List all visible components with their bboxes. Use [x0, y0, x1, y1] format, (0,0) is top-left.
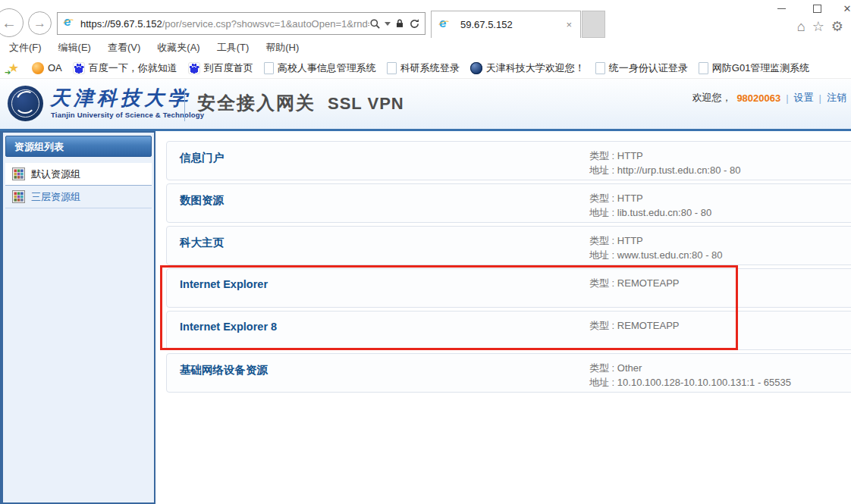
menu-item[interactable]: 编辑(E)	[58, 41, 91, 55]
back-button[interactable]: ←	[0, 8, 24, 37]
resource-group-icon	[12, 190, 25, 203]
favorites-item[interactable]: OA	[32, 62, 62, 74]
resource-meta: 类型 : HTTP 地址 : http://urp.tust.edu.cn:80…	[589, 149, 740, 177]
resource-link[interactable]: 科大主页	[180, 236, 224, 250]
portal-title: 安全接入网关	[197, 91, 316, 115]
close-button[interactable]: ✕	[839, 2, 851, 15]
tab-title: 59.67.5.152	[460, 19, 564, 30]
address-bar[interactable]: e https://59.67.5.152/por/service.csp?sh…	[57, 12, 426, 35]
header-divider	[184, 88, 185, 121]
highlight-rectangle	[160, 265, 738, 350]
favorite-icon	[595, 62, 605, 74]
sidebar-group-label: 三层资源组	[31, 190, 80, 204]
favorites-item[interactable]: 高校人事信息管理系统	[264, 61, 376, 75]
browser-chrome: ← → e https://59.67.5.152/por/service.cs…	[0, 0, 851, 38]
resource-link[interactable]: 信息门户	[180, 151, 224, 165]
search-icon[interactable]	[369, 18, 381, 30]
favorite-icon	[32, 62, 44, 74]
sidebar-group-item[interactable]: 三层资源组	[5, 186, 152, 208]
logout-link[interactable]: 注销	[827, 91, 846, 105]
resource-link[interactable]: 数图资源	[180, 193, 224, 208]
menu-item[interactable]: 文件(F)	[9, 41, 42, 55]
resource-meta: 类型 : Other 地址 : 10.10.100.128-10.10.100.…	[589, 361, 791, 390]
url-text: https://59.67.5.152/por/service.csp?show…	[80, 18, 369, 30]
favorites-item[interactable]: 百度一下，你就知道	[73, 61, 177, 75]
favorite-icon	[387, 62, 397, 74]
menu-item[interactable]: 收藏夹(A)	[157, 41, 199, 55]
favorite-label: 统一身份认证登录	[609, 61, 688, 75]
forward-button[interactable]: →	[28, 11, 52, 35]
favorite-icon	[470, 62, 482, 74]
menu-bar: 文件(F)编辑(E)查看(V)收藏夹(A)工具(T)帮助(H)	[0, 38, 851, 58]
resource-group-sidebar: 资源组列表 默认资源组	[0, 131, 155, 504]
resource-row: 基础网络设备资源 类型 : Other 地址 : 10.10.100.128-1…	[166, 353, 851, 393]
ie-icon: e	[62, 17, 76, 30]
favorites-item[interactable]: 统一身份认证登录	[595, 61, 688, 75]
menu-item[interactable]: 查看(V)	[108, 41, 140, 55]
favorite-label: 科研系统登录	[400, 61, 460, 75]
menu-item[interactable]: 帮助(H)	[265, 41, 299, 55]
resource-link[interactable]: 基础网络设备资源	[180, 363, 268, 377]
favorite-icon	[699, 62, 708, 74]
minimize-button[interactable]	[770, 2, 793, 15]
welcome-text: 欢迎您，	[692, 91, 731, 105]
menu-item[interactable]: 工具(T)	[217, 41, 250, 55]
resource-row: 科大主页 类型 : HTTP 地址 : www.tust.edu.cn:80 -…	[166, 226, 851, 265]
favorite-icon	[73, 62, 85, 74]
favorites-bar: ★➔ OA 百度一下，你就知道 到百度首页	[0, 58, 851, 79]
favorite-icon	[188, 62, 200, 74]
new-tab-button[interactable]	[582, 11, 605, 38]
university-logo	[8, 86, 43, 121]
add-favorite-icon[interactable]: ★➔	[6, 61, 21, 75]
favorites-item[interactable]: 科研系统登录	[387, 61, 460, 75]
favorite-label: OA	[48, 62, 62, 74]
favorite-icon	[264, 62, 274, 74]
favorite-label: 百度一下，你就知道	[89, 61, 177, 75]
favorites-item[interactable]: 网防G01管理监测系统	[699, 61, 810, 75]
portal-subtitle: SSL VPN	[328, 94, 404, 114]
favorite-label: 天津科技大学欢迎您！	[486, 61, 585, 75]
favorites-star-icon[interactable]: ☆	[812, 18, 824, 35]
favorites-item[interactable]: 天津科技大学欢迎您！	[470, 61, 585, 75]
gear-icon[interactable]: ⚙	[831, 18, 843, 35]
sidebar-group-label: 默认资源组	[31, 167, 80, 181]
home-icon[interactable]: ⌂	[797, 18, 805, 35]
sidebar-group-item[interactable]: 默认资源组	[5, 163, 152, 186]
favorites-item[interactable]: 到百度首页	[188, 61, 253, 75]
browser-window: ← → e https://59.67.5.152/por/service.cs…	[0, 0, 851, 504]
search-dropdown-icon[interactable]	[385, 22, 391, 26]
refresh-icon[interactable]	[409, 18, 420, 30]
browser-tab[interactable]: e 59.67.5.152 ×	[431, 11, 581, 38]
resource-row: 数图资源 类型 : HTTP 地址 : lib.tust.edu.cn:80 -…	[166, 183, 851, 223]
university-name-en: Tianjin University of Science & Technolo…	[51, 111, 204, 119]
resource-meta: 类型 : HTTP 地址 : www.tust.edu.cn:80 - 80	[589, 233, 723, 262]
resource-row: 信息门户 类型 : HTTP 地址 : http://urp.tust.edu.…	[166, 141, 851, 180]
settings-link[interactable]: 设置	[794, 91, 814, 105]
favorite-label: 高校人事信息管理系统	[278, 61, 376, 75]
lock-icon	[394, 18, 405, 29]
university-name-cn: 天津科技大学	[50, 85, 191, 111]
resource-meta: 类型 : HTTP 地址 : lib.tust.edu.cn:80 - 80	[589, 191, 711, 220]
favorite-label: 到百度首页	[204, 61, 253, 75]
maximize-button[interactable]	[805, 2, 828, 15]
favorite-label: 网防G01管理监测系统	[712, 61, 810, 75]
tab-close-icon[interactable]: ×	[564, 19, 574, 30]
resource-group-icon	[12, 167, 25, 180]
ie-icon: e	[438, 18, 451, 32]
sidebar-title: 资源组列表	[5, 136, 152, 157]
portal-header: 天津科技大学 Tianjin University of Science & T…	[0, 79, 851, 131]
username: 98020063	[736, 92, 780, 104]
